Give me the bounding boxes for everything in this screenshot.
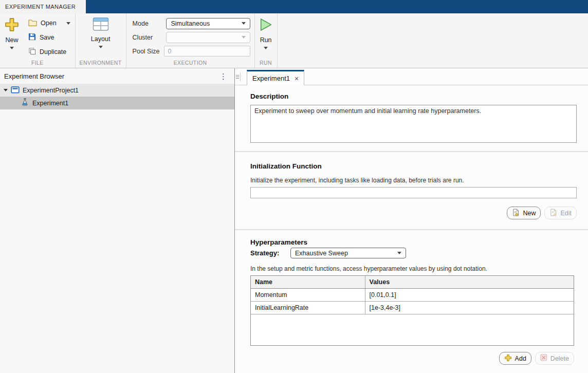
save-icon [28, 33, 36, 42]
document-tabstrip: Experiment1 × [235, 68, 588, 85]
layout-icon [93, 17, 109, 33]
add-plus-icon [504, 354, 512, 363]
file-section-label: FILE [0, 60, 75, 68]
project-icon [11, 86, 20, 95]
description-textarea[interactable]: Experiment to sweep over momentum and in… [250, 105, 577, 143]
chevron-down-icon[interactable] [99, 46, 103, 48]
strategy-value: Exhaustive Sweep [295, 250, 348, 257]
toolstrip-section-execution: Mode Simultaneous Cluster [126, 13, 255, 68]
execution-section-label: EXECUTION [126, 60, 254, 68]
hyperparameters-hint: In the setup and metric functions, acces… [250, 265, 577, 272]
run-section-label: RUN [255, 60, 277, 68]
run-button[interactable]: Run [255, 13, 277, 60]
strategy-label: Strategy: [250, 249, 290, 257]
experiment-flask-icon [21, 98, 29, 108]
init-function-heading: Initialization Function [250, 162, 577, 170]
open-button[interactable]: Open [24, 16, 75, 30]
experiment-manager-window: EXPERIMENT MANAGER New Open [0, 0, 588, 373]
pool-size-label: Pool Size [133, 48, 164, 55]
hyperparameter-name[interactable]: Momentum [251, 289, 365, 302]
hyperparameters-heading: Hyperparameters [250, 238, 577, 246]
delete-hyperparameter-button: Delete [535, 352, 574, 365]
cluster-label: Cluster [133, 34, 167, 41]
hyperparameters-table: Name Values Momentum [0.01,0.1] InitialL… [250, 275, 574, 346]
add-button-label: Add [515, 355, 526, 362]
tree-item-project[interactable]: ExperimentProject1 [0, 84, 234, 97]
environment-section-label: ENVIRONMENT [76, 60, 126, 68]
layout-button-label: Layout [91, 35, 111, 43]
delete-x-icon [540, 354, 547, 363]
chevron-down-icon [242, 36, 246, 39]
tabstrip-grip-icon[interactable] [235, 72, 241, 81]
new-button-label: New [5, 36, 18, 44]
chevron-down-icon [242, 22, 246, 25]
hyperparameter-name[interactable]: InitialLearningRate [251, 302, 365, 314]
init-new-button[interactable]: New [507, 207, 541, 219]
table-row[interactable]: Momentum [0.01,0.1] [251, 289, 574, 302]
new-function-icon [512, 209, 520, 218]
init-new-button-label: New [523, 210, 536, 217]
toolstrip-section-environment: Layout ENVIRONMENT [76, 13, 126, 68]
toolstrip-section-run: Run RUN [255, 13, 278, 68]
document-panel: Experiment1 × Description Experiment to … [235, 68, 588, 373]
save-button[interactable]: Save [24, 31, 75, 44]
delete-button-label: Delete [550, 355, 569, 362]
ribbon-tab-experiment-manager[interactable]: EXPERIMENT MANAGER [0, 0, 86, 13]
mode-value: Simultaneous [171, 20, 210, 27]
experiment-form: Description Experiment to sweep over mom… [235, 85, 588, 373]
experiment-name: Experiment1 [32, 100, 68, 107]
run-play-icon [258, 17, 273, 34]
plus-icon [4, 17, 20, 34]
init-function-input[interactable] [250, 187, 577, 198]
mode-dropdown[interactable]: Simultaneous [166, 18, 250, 29]
chevron-down-icon[interactable] [66, 22, 70, 25]
table-row[interactable]: InitialLearningRate [1e-3,4e-3] [251, 302, 574, 314]
duplicate-icon [28, 47, 36, 57]
edit-function-icon [549, 209, 557, 218]
column-header-values: Values [365, 276, 574, 289]
hyperparameter-values[interactable]: [0.01,0.1] [365, 289, 574, 302]
save-button-label: Save [40, 34, 54, 41]
close-icon[interactable]: × [295, 75, 299, 82]
experiment-browser-title: Experiment Browser [4, 72, 64, 80]
ribbon-tab-bar: EXPERIMENT MANAGER [0, 0, 588, 13]
new-button[interactable]: New [0, 13, 24, 60]
project-name: ExperimentProject1 [23, 87, 79, 94]
add-hyperparameter-button[interactable]: Add [499, 352, 531, 365]
strategy-dropdown[interactable]: Exhaustive Sweep [290, 248, 406, 258]
cluster-dropdown [166, 32, 250, 43]
run-button-label: Run [260, 36, 272, 44]
duplicate-button[interactable]: Duplicate [24, 45, 75, 59]
panel-menu-icon[interactable]: ⋮ [219, 72, 227, 80]
experiment-tree: ExperimentProject1 Experiment1 [0, 84, 234, 109]
experiment-browser-panel: Experiment Browser ⋮ ExperimentProject1 … [0, 68, 235, 373]
tab-experiment1[interactable]: Experiment1 × [247, 70, 304, 85]
section-divider [235, 151, 588, 152]
init-edit-button: Edit [544, 207, 577, 219]
init-function-hint: Initialize the experiment, including tas… [250, 177, 577, 184]
column-header-name: Name [251, 276, 365, 289]
toolstrip: New Open Save [0, 13, 588, 68]
tree-item-experiment[interactable]: Experiment1 [0, 97, 234, 109]
description-heading: Description [250, 92, 577, 100]
expand-caret-icon[interactable] [4, 89, 8, 91]
mode-label: Mode [133, 20, 167, 27]
chevron-down-icon[interactable] [10, 47, 14, 49]
chevron-down-icon[interactable] [264, 47, 268, 49]
table-empty-area [251, 314, 574, 345]
open-button-label: Open [41, 20, 57, 27]
table-header-row: Name Values [251, 276, 574, 289]
layout-button[interactable]: Layout [89, 13, 113, 60]
chevron-down-icon [397, 252, 401, 254]
duplicate-button-label: Duplicate [40, 48, 66, 55]
toolstrip-spacer [278, 13, 588, 68]
hyperparameter-values[interactable]: [1e-3,4e-3] [365, 302, 574, 314]
init-edit-button-label: Edit [560, 210, 572, 217]
section-divider [235, 229, 588, 230]
tab-experiment1-label: Experiment1 [252, 74, 290, 82]
pool-size-input [164, 46, 250, 57]
toolstrip-section-file: New Open Save [0, 13, 76, 68]
folder-icon [28, 19, 37, 28]
